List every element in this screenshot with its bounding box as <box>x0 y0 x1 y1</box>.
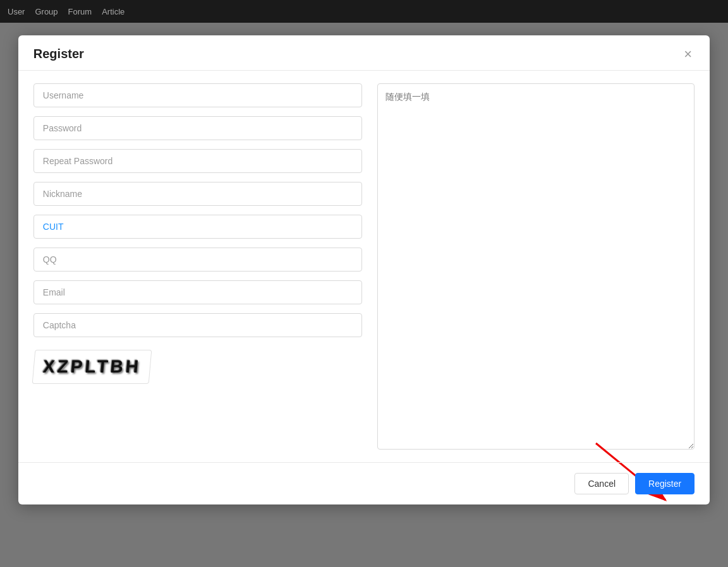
qq-input[interactable] <box>33 248 362 272</box>
school-input[interactable] <box>33 215 362 239</box>
modal-header: Register × <box>18 35 710 71</box>
email-field-wrapper <box>33 280 362 304</box>
nav-item-forum[interactable]: Forum <box>68 7 92 16</box>
modal-title: Register <box>33 47 84 61</box>
nickname-field-wrapper <box>33 182 362 206</box>
page-background: Register × <box>0 23 728 567</box>
register-modal: Register × <box>18 35 710 504</box>
username-field-wrapper <box>33 83 362 107</box>
modal-overlay: Register × <box>0 23 728 567</box>
school-field-wrapper <box>33 215 362 239</box>
captcha-field-wrapper <box>33 313 362 337</box>
nickname-input[interactable] <box>33 182 362 206</box>
modal-body: XZPLTBH <box>18 71 710 462</box>
register-button[interactable]: Register <box>635 473 695 494</box>
nav-item-article[interactable]: Article <box>102 7 124 16</box>
qq-field-wrapper <box>33 248 362 272</box>
captcha-image: XZPLTBH <box>32 350 152 384</box>
email-input[interactable] <box>33 280 362 304</box>
password-input[interactable] <box>33 116 362 140</box>
repeat-password-input[interactable] <box>33 149 362 173</box>
hint-textarea[interactable] <box>377 83 695 450</box>
captcha-input[interactable] <box>33 313 362 337</box>
top-nav: User Group Forum Article <box>0 0 728 23</box>
captcha-image-wrapper: XZPLTBH <box>33 346 362 388</box>
nav-item-group[interactable]: Group <box>35 7 58 16</box>
cancel-button[interactable]: Cancel <box>574 473 629 494</box>
modal-footer: Cancel Register <box>18 462 710 504</box>
password-field-wrapper <box>33 116 362 140</box>
form-column: XZPLTBH <box>33 83 362 450</box>
repeat-password-field-wrapper <box>33 149 362 173</box>
close-button[interactable]: × <box>681 47 695 61</box>
username-input[interactable] <box>33 83 362 107</box>
textarea-column <box>377 83 695 450</box>
nav-item-user[interactable]: User <box>8 7 25 16</box>
